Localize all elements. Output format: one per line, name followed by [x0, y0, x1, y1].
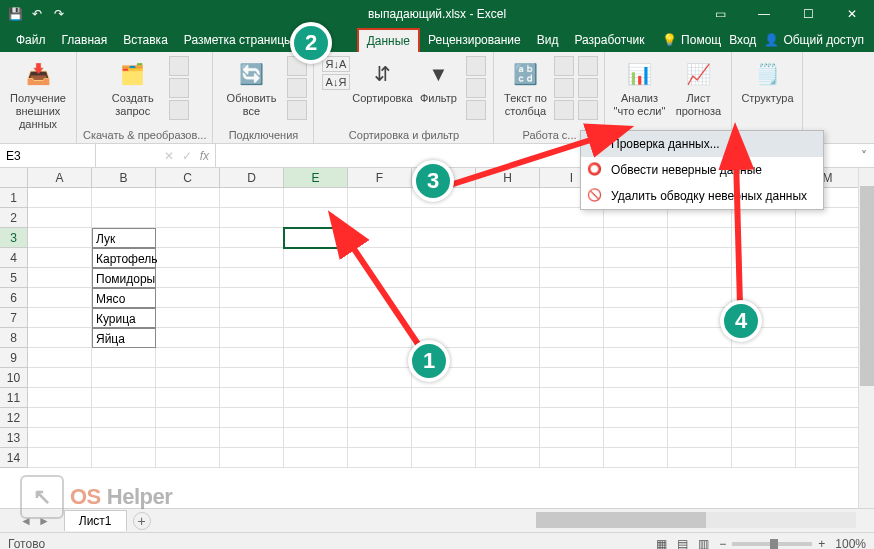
cell-B3[interactable]: Лук: [92, 228, 156, 248]
cell-I12[interactable]: [540, 408, 604, 428]
new-query-button[interactable]: 🗂️ Создать запрос: [101, 56, 165, 118]
cell-B1[interactable]: [92, 188, 156, 208]
col-header-D[interactable]: D: [220, 168, 284, 187]
enter-formula-icon[interactable]: ✓: [182, 149, 192, 163]
col-header-B[interactable]: B: [92, 168, 156, 187]
cell-J10[interactable]: [604, 368, 668, 388]
cell-D2[interactable]: [220, 208, 284, 228]
cell-B8[interactable]: Яйца: [92, 328, 156, 348]
cell-M10[interactable]: [796, 368, 860, 388]
cell-M14[interactable]: [796, 448, 860, 468]
cell-E14[interactable]: [284, 448, 348, 468]
cell-E1[interactable]: [284, 188, 348, 208]
cell-B4[interactable]: Картофель: [92, 248, 156, 268]
cell-J6[interactable]: [604, 288, 668, 308]
cell-H7[interactable]: [476, 308, 540, 328]
cell-D10[interactable]: [220, 368, 284, 388]
sort-az-button[interactable]: Я↓А: [322, 56, 351, 72]
tab-layout[interactable]: Разметка страницы: [176, 29, 301, 51]
cell-B5[interactable]: Помидоры: [92, 268, 156, 288]
cell-A10[interactable]: [28, 368, 92, 388]
cell-A13[interactable]: [28, 428, 92, 448]
tab-data[interactable]: Данные: [357, 28, 420, 52]
row-header-6[interactable]: 6: [0, 288, 28, 308]
tab-insert[interactable]: Вставка: [115, 29, 176, 51]
cell-E13[interactable]: [284, 428, 348, 448]
cell-I7[interactable]: [540, 308, 604, 328]
maximize-icon[interactable]: ☐: [786, 0, 830, 28]
row-header-4[interactable]: 4: [0, 248, 28, 268]
cell-B11[interactable]: [92, 388, 156, 408]
cell-A9[interactable]: [28, 348, 92, 368]
cell-H11[interactable]: [476, 388, 540, 408]
cell-D11[interactable]: [220, 388, 284, 408]
row-header-12[interactable]: 12: [0, 408, 28, 428]
col-header-E[interactable]: E: [284, 168, 348, 187]
cell-D3[interactable]: [220, 228, 284, 248]
cell-H12[interactable]: [476, 408, 540, 428]
cell-E4[interactable]: [284, 248, 348, 268]
cell-I11[interactable]: [540, 388, 604, 408]
cell-K10[interactable]: [668, 368, 732, 388]
cell-J9[interactable]: [604, 348, 668, 368]
row-header-3[interactable]: 3: [0, 228, 28, 248]
text-to-columns-button[interactable]: 🔡 Текст по столбца: [500, 56, 550, 118]
close-icon[interactable]: ✕: [830, 0, 874, 28]
cell-A8[interactable]: [28, 328, 92, 348]
cell-H8[interactable]: [476, 328, 540, 348]
cell-J2[interactable]: [604, 208, 668, 228]
cell-L12[interactable]: [732, 408, 796, 428]
cell-E8[interactable]: [284, 328, 348, 348]
cell-A14[interactable]: [28, 448, 92, 468]
cell-E5[interactable]: [284, 268, 348, 288]
row-header-13[interactable]: 13: [0, 428, 28, 448]
zoom-level[interactable]: 100%: [835, 537, 866, 550]
cell-C4[interactable]: [156, 248, 220, 268]
cell-C10[interactable]: [156, 368, 220, 388]
cell-K12[interactable]: [668, 408, 732, 428]
cell-H2[interactable]: [476, 208, 540, 228]
cell-D5[interactable]: [220, 268, 284, 288]
outline-button[interactable]: 🗒️ Структура: [738, 56, 796, 105]
sort-za-button[interactable]: А↓Я: [322, 74, 351, 90]
cell-G12[interactable]: [412, 408, 476, 428]
cell-J13[interactable]: [604, 428, 668, 448]
cell-M2[interactable]: [796, 208, 860, 228]
cell-E2[interactable]: [284, 208, 348, 228]
cell-D6[interactable]: [220, 288, 284, 308]
cell-I14[interactable]: [540, 448, 604, 468]
save-icon[interactable]: 💾: [6, 5, 24, 23]
redo-icon[interactable]: ↷: [50, 5, 68, 23]
get-external-data-button[interactable]: 📥 Получение внешних данных: [6, 56, 70, 132]
cell-E3[interactable]: [284, 228, 348, 248]
row-header-14[interactable]: 14: [0, 448, 28, 468]
cell-M3[interactable]: [796, 228, 860, 248]
tab-view[interactable]: Вид: [529, 29, 567, 51]
cell-B7[interactable]: Курица: [92, 308, 156, 328]
cell-H13[interactable]: [476, 428, 540, 448]
data-tools-small-2[interactable]: [578, 56, 598, 120]
cell-C9[interactable]: [156, 348, 220, 368]
cell-I3[interactable]: [540, 228, 604, 248]
cell-D14[interactable]: [220, 448, 284, 468]
cell-C7[interactable]: [156, 308, 220, 328]
cell-H5[interactable]: [476, 268, 540, 288]
horizontal-scrollbar[interactable]: [536, 512, 856, 528]
row-header-9[interactable]: 9: [0, 348, 28, 368]
cell-I8[interactable]: [540, 328, 604, 348]
cell-A5[interactable]: [28, 268, 92, 288]
data-tools-small-1[interactable]: [554, 56, 574, 120]
cell-B2[interactable]: [92, 208, 156, 228]
cell-B12[interactable]: [92, 408, 156, 428]
cell-J5[interactable]: [604, 268, 668, 288]
cell-C2[interactable]: [156, 208, 220, 228]
vertical-scrollbar[interactable]: [858, 168, 874, 508]
row-header-7[interactable]: 7: [0, 308, 28, 328]
forecast-sheet-button[interactable]: 📈 Лист прогноза: [671, 56, 725, 118]
cell-G2[interactable]: [412, 208, 476, 228]
cell-J11[interactable]: [604, 388, 668, 408]
view-page-break-icon[interactable]: ▥: [698, 537, 709, 550]
cell-A12[interactable]: [28, 408, 92, 428]
cell-F12[interactable]: [348, 408, 412, 428]
name-box[interactable]: E3: [0, 144, 96, 167]
